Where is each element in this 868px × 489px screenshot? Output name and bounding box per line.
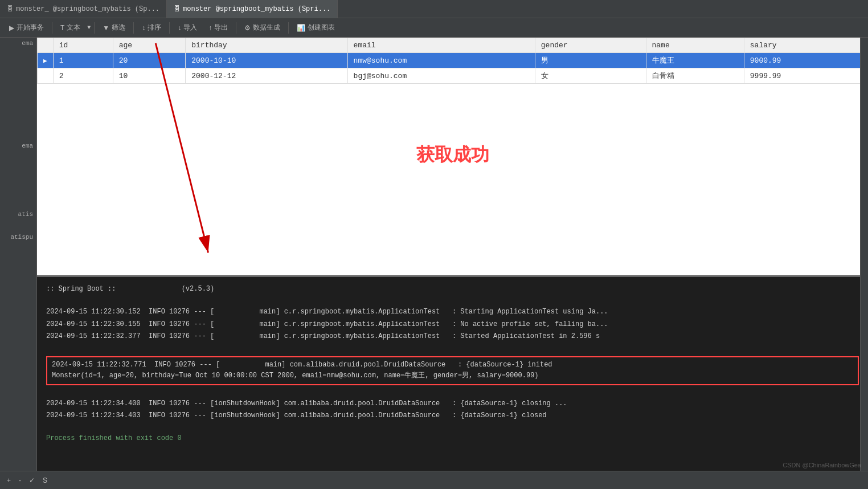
tab-2[interactable]: 🗄 monster @springboot_mybatis (Spri... [167, 0, 338, 18]
tab-bar: 🗄 monster_ @springboot_mybatis (Sp... 🗄 … [0, 0, 868, 18]
watermark: CSDN @ChinaRainbowGea [783, 462, 861, 468]
row-marker-1: ▶ [38, 53, 54, 68]
data-table: id age birthday email gender name salary… [37, 38, 868, 84]
cell-email-2: bgj@sohu.com [347, 68, 535, 84]
sidebar-text-1: ema [22, 40, 33, 47]
tab-icon-2: 🗄 [174, 5, 180, 13]
sidebar-label-4: atispu [0, 231, 34, 243]
cell-name-2: 白骨精 [646, 68, 744, 84]
filter-button[interactable]: ▼ 筛选 [98, 21, 130, 34]
console-panel[interactable]: :: Spring Boot :: (v2.5.3) 2024-09-15 11… [37, 277, 868, 489]
main-area: ema ema atis atispu id age birthday [0, 38, 868, 489]
row-marker-2 [38, 68, 54, 84]
start-transaction-label: 开始事务 [17, 23, 44, 32]
cell-email-1: nmw@sohu.com [347, 53, 535, 68]
col-header-marker [38, 38, 54, 53]
data-gen-label: 数据生成 [253, 23, 280, 32]
cell-id-2: 2 [53, 68, 113, 84]
log-line-1: 2024-09-15 11:22:30.152 INFO 10276 --- [… [46, 307, 859, 317]
cell-age-1: 20 [113, 53, 186, 68]
text-button[interactable]: T 文本 [56, 21, 85, 34]
export-button[interactable]: ↑ 导出 [204, 21, 232, 34]
filter-label: 筛选 [112, 23, 125, 32]
tab-icon-1: 🗄 [7, 5, 13, 13]
col-header-email: email [347, 38, 535, 53]
highlight-line-1: 2024-09-15 11:22:32.771 INFO 10276 --- [… [52, 360, 853, 370]
bottom-bar: + - ✓ S [0, 471, 868, 489]
toolbar-separator-5 [236, 22, 236, 34]
col-header-birthday: birthday [186, 38, 347, 53]
cell-birthday-1: 2000-10-10 [186, 53, 347, 68]
toolbar-separator-4 [169, 22, 170, 34]
toolbar-separator-3 [133, 22, 134, 34]
cell-name-1: 牛魔王 [646, 53, 744, 68]
bottom-btn-1[interactable]: + [5, 475, 13, 486]
sidebar-label-1: ema [0, 38, 34, 49]
data-gen-icon: ⚙ [244, 24, 251, 32]
create-chart-icon: 📊 [297, 24, 305, 32]
text-icon: T [60, 24, 64, 32]
toolbar-separator-6 [288, 22, 289, 34]
success-message: 获取成功 [416, 142, 489, 168]
col-header-salary: salary [744, 38, 867, 53]
col-header-gender: gender [535, 38, 646, 53]
sidebar-label-2: ema [0, 140, 34, 152]
create-chart-label: 创建图表 [308, 23, 335, 32]
toolbar-separator-1 [52, 22, 52, 34]
cell-gender-1: 男 [535, 53, 646, 68]
col-header-name: name [646, 38, 744, 53]
col-header-id: id [53, 38, 113, 53]
bottom-btn-3[interactable]: ✓ [27, 475, 37, 486]
text-label: 文本 [67, 23, 80, 32]
sort-label: 排序 [148, 23, 161, 32]
bottom-btn-2[interactable]: - [17, 475, 23, 486]
log-line-2: 2024-09-15 11:22:30.155 INFO 10276 --- [… [46, 319, 859, 330]
sidebar-left: ema ema atis atispu [0, 38, 37, 489]
sort-icon: ↕ [142, 24, 145, 32]
filter-icon: ▼ [103, 24, 109, 32]
import-icon: ↓ [178, 24, 181, 32]
sort-button[interactable]: ↕ 排序 [137, 21, 166, 34]
create-chart-button[interactable]: 📊 创建图表 [292, 21, 339, 34]
export-label: 导出 [214, 23, 228, 32]
upper-panel: id age birthday email gender name salary… [37, 38, 868, 277]
import-button[interactable]: ↓ 导入 [173, 21, 202, 34]
toolbar-dropdown-arrow[interactable]: ▼ [87, 25, 91, 31]
spring-boot-header: :: Spring Boot :: (v2.5.3) [46, 284, 859, 295]
sidebar-text-2: ema [22, 142, 33, 149]
content-wrapper: id age birthday email gender name salary… [37, 38, 868, 489]
cell-salary-2: 9999.99 [744, 68, 867, 84]
highlight-line-2: Monster(id=1, age=20, birthday=Tue Oct 1… [52, 370, 853, 381]
tab-1[interactable]: 🗄 monster_ @springboot_mybatis (Sp... [0, 0, 167, 18]
cell-id-1: 1 [53, 53, 113, 68]
cell-gender-2: 女 [535, 68, 646, 84]
export-icon: ↑ [208, 24, 212, 32]
tab-2-label: monster @springboot_mybatis (Spri... [183, 5, 330, 13]
toolbar-separator-2 [94, 22, 95, 34]
import-label: 导入 [183, 23, 197, 32]
toolbar: ▶ 开始事务 T 文本 ▼ ▼ 筛选 ↕ 排序 ↓ 导入 ↑ 导出 ⚙ 数据生成… [0, 18, 868, 38]
exit-message: Process finished with exit code 0 [46, 433, 859, 444]
start-transaction-icon: ▶ [9, 24, 14, 32]
data-gen-button[interactable]: ⚙ 数据生成 [240, 21, 285, 34]
cell-birthday-2: 2000-12-12 [186, 68, 347, 84]
cell-salary-1: 9000.99 [744, 53, 867, 68]
sidebar-label-3: atis [0, 209, 34, 220]
log-line-3: 2024-09-15 11:22:32.377 INFO 10276 --- [… [46, 331, 859, 342]
tab-1-label: monster_ @springboot_mybatis (Sp... [16, 5, 159, 13]
table-row[interactable]: ▶ 1 20 2000-10-10 nmw@sohu.com 男 牛魔王 900… [38, 53, 868, 68]
bottom-btn-4[interactable]: S [40, 475, 50, 486]
log-line-5: 2024-09-15 11:22:34.403 INFO 10276 --- [… [46, 410, 859, 421]
start-transaction-button[interactable]: ▶ 开始事务 [5, 21, 48, 34]
sidebar-text-4: atispu [10, 234, 33, 241]
console-highlight-box: 2024-09-15 11:22:32.771 INFO 10276 --- [… [46, 356, 859, 385]
sidebar-text-3: atis [18, 211, 33, 218]
cell-age-2: 10 [113, 68, 186, 84]
col-header-age: age [113, 38, 186, 53]
log-line-4: 2024-09-15 11:22:34.400 INFO 10276 --- [… [46, 398, 859, 409]
sidebar-right [860, 38, 868, 489]
table-row[interactable]: 2 10 2000-12-12 bgj@sohu.com 女 白骨精 9999.… [38, 68, 868, 84]
success-area: 获取成功 [37, 84, 868, 226]
